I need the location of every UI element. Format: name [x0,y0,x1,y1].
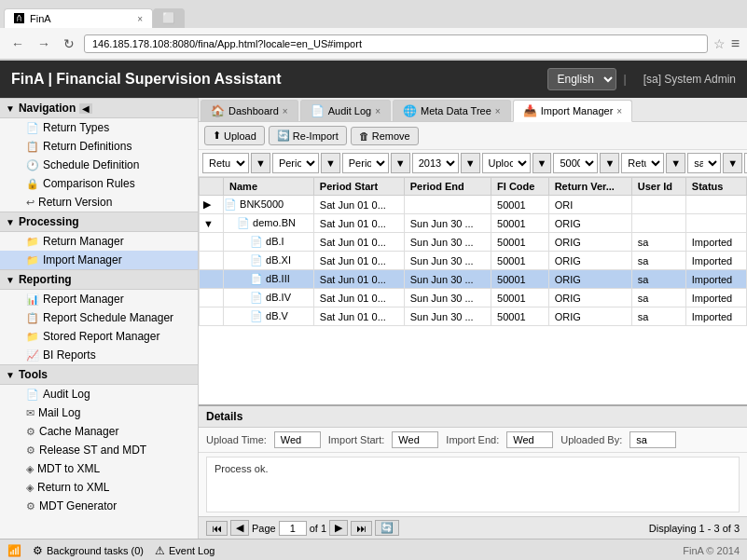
row-expand-icon[interactable]: ▶ [203,198,211,210]
tab-close-btn[interactable]: × [137,14,143,24]
refresh-btn[interactable]: ↻ [60,34,78,53]
tools-toggle[interactable]: ▼ [6,370,15,380]
filter-return-ver[interactable]: Retu [621,153,664,173]
audit-log-tab-close[interactable]: × [375,106,380,116]
filter-bar: Retu ▼ Perio ▼ Perio ▼ 2013 ▼ Uploc ▼ 50… [199,150,747,177]
col-period-start[interactable]: Period Start [313,178,404,196]
table-row[interactable]: 📄dB.V Sat Jun 01 0... Sun Jun 30 ... 500… [200,307,747,326]
active-browser-tab[interactable]: 🅰 FinA × [4,8,153,28]
col-return-ver[interactable]: Return Ver... [548,178,631,196]
filter-return-type[interactable]: Retu [202,153,249,173]
meta-tree-tab-close[interactable]: × [495,106,501,116]
row-expand-cell[interactable]: ▼ [200,214,224,233]
filter-upload-btn[interactable]: ▼ [533,153,552,173]
filter-return-ver-btn[interactable]: ▼ [666,153,685,173]
sidebar-item-return-types[interactable]: 📄 Return Types [0,118,198,137]
filter-perio-btn2[interactable]: ▼ [391,153,410,173]
nav-toggle[interactable]: ▼ [6,103,15,114]
filter-year[interactable]: 2013 [412,153,459,173]
row-user-id: sa [631,289,685,307]
filter-period-end[interactable]: Perio [342,153,389,173]
import-manager-tab-close[interactable]: × [616,106,622,116]
row-expand-cell[interactable] [200,270,224,289]
back-btn[interactable]: ← [7,34,28,53]
row-expand-icon[interactable]: ▼ [203,218,214,229]
sidebar-item-report-schedule[interactable]: 📋 Report Schedule Manager [0,308,198,327]
first-page-btn[interactable]: ⏮ [206,521,228,536]
sidebar-item-import-manager[interactable]: 📁 Import Manager [0,251,198,269]
filter-perio-btn1[interactable]: ▼ [321,153,340,173]
stored-report-label: Stored Report Manager [43,330,159,343]
filter-user-btn[interactable]: ▼ [723,153,742,173]
import-start-label: Import Start: [328,434,385,445]
filter-upload[interactable]: Uploc [482,153,531,173]
sidebar-item-cache-manager[interactable]: ⚙ Cache Manager [0,422,198,441]
col-status[interactable]: Status [685,178,746,196]
sidebar-item-return-manager[interactable]: 📁 Return Manager [0,232,198,251]
table-row[interactable]: 📄dB.III Sat Jun 01 0... Sun Jun 30 ... 5… [200,270,747,289]
col-period-end[interactable]: Period End [404,178,491,196]
sidebar-item-return-xml[interactable]: ◈ Return to XML [0,478,198,497]
page-input[interactable] [279,521,307,536]
reimport-button[interactable]: 🔄 Re-Import [269,126,347,145]
row-expand-cell[interactable] [200,252,224,270]
sidebar-item-mdt-xml[interactable]: ◈ MDT to XML [0,459,198,478]
processing-toggle[interactable]: ▼ [6,217,15,227]
filter-fi-btn[interactable]: ▼ [600,153,619,173]
sidebar-item-stored-report[interactable]: 📁 Stored Report Manager [0,327,198,346]
filter-period-start[interactable]: Perio [272,153,319,173]
tab-audit-log[interactable]: 📄 Audit Log × [300,100,391,121]
col-user-id[interactable]: User Id [631,178,685,196]
tab-import-manager[interactable]: 📥 Import Manager × [513,100,633,122]
sidebar-item-return-version[interactable]: ↩ Return Version [0,193,198,212]
filter-year-btn[interactable]: ▼ [461,153,480,173]
event-log-status[interactable]: ⚠ Event Log [155,544,215,557]
report-manager-label: Report Manager [43,293,124,306]
refresh-page-btn[interactable]: 🔄 [375,520,399,536]
filter-retu-btn[interactable]: ▼ [251,153,270,173]
tab-dashboard[interactable]: 🏠 Dashboard × [201,100,298,121]
row-spacer [216,274,219,285]
row-expand-cell[interactable] [200,233,224,252]
browser-menu-btn[interactable]: ≡ [731,35,740,52]
address-input[interactable] [84,34,708,53]
sidebar-collapse-btn[interactable]: ◀ [79,103,92,114]
tab-meta-data-tree[interactable]: 🌐 Meta Data Tree × [393,100,511,121]
sidebar-item-bi-reports[interactable]: 📈 BI Reports [0,346,198,364]
row-expand-cell[interactable]: ▶ [200,196,224,214]
row-expand-cell[interactable] [200,307,224,326]
table-row[interactable]: 📄dB.IV Sat Jun 01 0... Sun Jun 30 ... 50… [200,289,747,307]
bookmark-btn[interactable]: ☆ [713,36,726,51]
filter-user[interactable]: sa [687,153,721,173]
dashboard-tab-close[interactable]: × [283,106,288,116]
copyright: FinA © 2014 [683,545,740,556]
last-page-btn[interactable]: ⏭ [351,521,372,536]
filter-fi-code[interactable]: 5000 [553,153,598,173]
forward-btn[interactable]: → [34,34,54,53]
inactive-browser-tab[interactable]: ⬜ [153,8,185,28]
background-tasks[interactable]: ⚙ Background tasks (0) [33,544,144,557]
sidebar-item-audit-log[interactable]: 📄 Audit Log [0,385,198,403]
upload-button[interactable]: ⬆ Upload [204,126,265,145]
table-row[interactable]: ▶ 📄BNK5000 Sat Jun 01 0... 50001 ORI [200,196,747,214]
row-expand-cell[interactable] [200,289,224,307]
table-row[interactable]: ▼ 📄demo.BN Sat Jun 01 0... Sun Jun 30 ..… [200,214,747,233]
sidebar-item-release-st[interactable]: ⚙ Release ST and MDT [0,441,198,459]
sidebar-item-return-definitions[interactable]: 📋 Return Definitions [0,137,198,156]
sidebar-item-comparison-rules[interactable]: 🔒 Comparison Rules [0,174,198,193]
reporting-toggle[interactable]: ▼ [6,275,15,285]
mail-log-icon: ✉ [26,407,35,419]
col-name[interactable]: Name [224,178,314,196]
next-page-btn[interactable]: ▶ [329,520,348,536]
sidebar-item-report-manager[interactable]: 📊 Report Manager [0,290,198,308]
table-row[interactable]: 📄dB.XI Sat Jun 01 0... Sun Jun 30 ... 50… [200,252,747,270]
remove-button[interactable]: 🗑 Remove [351,127,419,145]
sidebar-item-mdt-generator[interactable]: ⚙ MDT Generator [0,497,198,515]
table-row[interactable]: 📄dB.I Sat Jun 01 0... Sun Jun 30 ... 500… [200,233,747,252]
sidebar-item-schedule-definition[interactable]: 🕐 Schedule Definition [0,156,198,174]
sidebar-item-mail-log[interactable]: ✉ Mail Log [0,403,198,422]
col-fi-code[interactable]: FI Code [491,178,549,196]
prev-page-btn[interactable]: ◀ [230,520,249,536]
audit-log-tab-label: Audit Log [328,105,371,116]
language-select[interactable]: English [547,68,616,90]
